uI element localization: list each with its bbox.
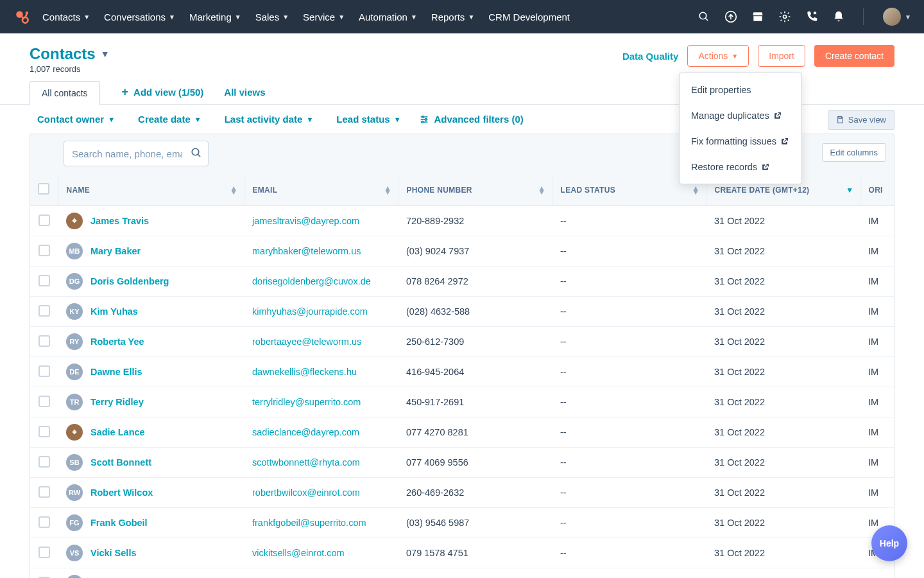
svg-point-3 (26, 12, 28, 14)
save-view-button[interactable]: Save view (828, 110, 894, 130)
import-button[interactable]: Import (758, 45, 805, 67)
row-checkbox[interactable] (38, 486, 50, 498)
search-icon[interactable] (191, 147, 202, 159)
contact-email-link[interactable]: frankfgobeil@superrito.com (252, 518, 366, 528)
row-checkbox[interactable] (38, 215, 50, 226)
table-row[interactable]: DEDawne Ellisdawnekellis@fleckens.hu416-… (30, 357, 894, 387)
column-header-email[interactable]: EMAIL▲▼ (244, 174, 398, 206)
contact-avatar-initials: TR (66, 394, 83, 410)
search-icon[interactable] (697, 10, 710, 23)
row-checkbox[interactable] (38, 396, 50, 407)
filter-chip[interactable]: Contact owner▼ (37, 114, 115, 125)
edit-columns-button[interactable]: Edit columns (822, 143, 886, 162)
calling-icon[interactable] (805, 10, 818, 23)
table-row[interactable]: FGFrank Gobeilfrankfgobeil@superrito.com… (30, 508, 894, 538)
row-checkbox[interactable] (38, 456, 50, 468)
contact-email-link[interactable]: robertaayee@teleworm.us (252, 337, 361, 347)
contact-name-link[interactable]: Vicki Sells (90, 548, 136, 558)
contact-name-link[interactable]: Doris Goldenberg (90, 276, 169, 286)
checkbox[interactable] (38, 183, 49, 195)
table-row[interactable]: DGDoris Goldenbergdorisegoldenberg@cuvox… (30, 267, 894, 297)
nav-item-contacts[interactable]: Contacts▼ (42, 12, 90, 22)
hubspot-logo-icon[interactable] (13, 8, 31, 26)
filter-chip[interactable]: Create date▼ (138, 114, 201, 125)
data-quality-link[interactable]: Data Quality (622, 51, 679, 62)
table-row[interactable]: RYRoberta Yeerobertaayee@teleworm.us250-… (30, 327, 894, 357)
row-checkbox[interactable] (38, 305, 50, 317)
contact-name-link[interactable]: Scott Bonnett (90, 457, 151, 468)
contact-email-link[interactable]: sadieclance@dayrep.com (252, 427, 359, 437)
add-view-button[interactable]: + Add view (1/50) (112, 80, 214, 104)
nav-item-reports[interactable]: Reports▼ (431, 12, 474, 22)
contact-name-link[interactable]: Kim Yuhas (90, 306, 138, 317)
select-all-header[interactable] (30, 174, 58, 206)
contact-name-link[interactable]: Sadie Lance (90, 427, 145, 437)
actions-menu-item[interactable]: Fix formatting issues (680, 128, 801, 154)
row-checkbox[interactable] (38, 547, 50, 558)
actions-menu-item[interactable]: Edit properties (680, 77, 801, 103)
column-header-name[interactable]: NAME▲▼ (58, 174, 244, 206)
account-menu[interactable]: ▼ (882, 8, 911, 26)
table-row[interactable]: RWRobert Wilcoxrobertbwilcox@einrot.com2… (30, 478, 894, 508)
contact-email-link[interactable]: terrylridley@superrito.com (252, 397, 361, 407)
search-input[interactable] (64, 141, 209, 166)
row-checkbox[interactable] (38, 335, 50, 347)
table-row[interactable]: ❖James Travisjamesltravis@dayrep.com720-… (30, 206, 894, 236)
contact-email-link[interactable]: vickitsells@einrot.com (252, 548, 345, 558)
contact-name-link[interactable]: Frank Gobeil (90, 518, 148, 528)
column-header-phone[interactable]: PHONE NUMBER▲▼ (398, 174, 552, 206)
row-checkbox[interactable] (38, 426, 50, 437)
nav-item-conversations[interactable]: Conversations▼ (104, 12, 175, 22)
nav-item-marketing[interactable]: Marketing▼ (189, 12, 241, 22)
nav-item-service[interactable]: Service▼ (303, 12, 345, 22)
table-row[interactable]: MBMary Bakermaryhbaker@teleworm.us(03) 9… (30, 236, 894, 267)
help-button[interactable]: Help (871, 525, 907, 561)
column-header-origin[interactable]: ORI (860, 174, 894, 206)
row-checkbox[interactable] (38, 245, 50, 256)
contact-email-link[interactable]: dawnekellis@fleckens.hu (252, 367, 357, 377)
nav-item-sales[interactable]: Sales▼ (255, 12, 289, 22)
contact-name-link[interactable]: Dawne Ellis (90, 367, 142, 377)
notifications-bell-icon[interactable] (832, 10, 845, 23)
table-row[interactable]: KYKim Yuhaskimhyuhas@jourrapide.com(028)… (30, 297, 894, 327)
view-tab-all-contacts[interactable]: All contacts (30, 81, 100, 105)
contact-name-link[interactable]: Terry Ridley (90, 397, 144, 407)
actions-menu-item[interactable]: Restore records (680, 154, 801, 180)
filter-chip[interactable]: Last activity date▼ (225, 114, 314, 125)
contact-email-link[interactable]: robertbwilcox@einrot.com (252, 487, 360, 498)
create-contact-button[interactable]: Create contact (814, 45, 894, 67)
contact-email-link[interactable]: maryhbaker@teleworm.us (252, 246, 361, 256)
contact-email-link[interactable]: kimhyuhas@jourrapide.com (252, 306, 368, 317)
row-checkbox[interactable] (38, 365, 50, 377)
contact-lead-status: -- (552, 478, 706, 508)
row-checkbox[interactable] (38, 516, 50, 528)
contact-name-link[interactable]: Roberta Yee (90, 337, 144, 347)
table-row[interactable]: RSRaymond Sylvesterraymondbsylvester@cuv… (30, 568, 894, 579)
table-row[interactable]: TRTerry Ridleyterrylridley@superrito.com… (30, 387, 894, 417)
sort-icon: ▲▼ (384, 186, 391, 194)
filter-chip[interactable]: Lead status▼ (336, 114, 400, 125)
actions-button[interactable]: Actions ▼ (687, 45, 749, 67)
contact-name-link[interactable]: Mary Baker (90, 246, 141, 256)
settings-gear-icon[interactable] (778, 10, 791, 23)
table-row[interactable]: VSVicki Sellsvickitsells@einrot.com079 1… (30, 538, 894, 568)
row-checkbox[interactable] (38, 275, 50, 286)
contact-phone: 079 1578 4751 (398, 538, 552, 568)
table-row[interactable]: SBScott Bonnettscottwbonnett@rhyta.com07… (30, 448, 894, 478)
contact-email-link[interactable]: scottwbonnett@rhyta.com (252, 457, 360, 468)
chevron-down-icon: ▼ (101, 49, 110, 59)
contact-name-link[interactable]: James Travis (90, 216, 149, 226)
actions-menu-item[interactable]: Manage duplicates (680, 103, 801, 128)
contact-name-link[interactable]: Robert Wilcox (90, 487, 153, 498)
save-icon (836, 116, 844, 124)
nav-item-crm-development[interactable]: CRM Development (488, 12, 570, 22)
all-views-link[interactable]: All views (214, 80, 275, 104)
marketplace-icon[interactable] (751, 10, 764, 23)
table-row[interactable]: ❖Sadie Lancesadieclance@dayrep.com077 42… (30, 417, 894, 448)
upgrade-icon[interactable] (724, 10, 737, 23)
advanced-filters-button[interactable]: Advanced filters (0) (419, 114, 524, 125)
contact-email-link[interactable]: jamesltravis@dayrep.com (252, 216, 359, 226)
contact-email-link[interactable]: dorisegoldenberg@cuvox.de (252, 276, 371, 286)
nav-item-automation[interactable]: Automation▼ (359, 12, 417, 22)
object-switcher[interactable]: Contacts ▼ (30, 45, 110, 63)
